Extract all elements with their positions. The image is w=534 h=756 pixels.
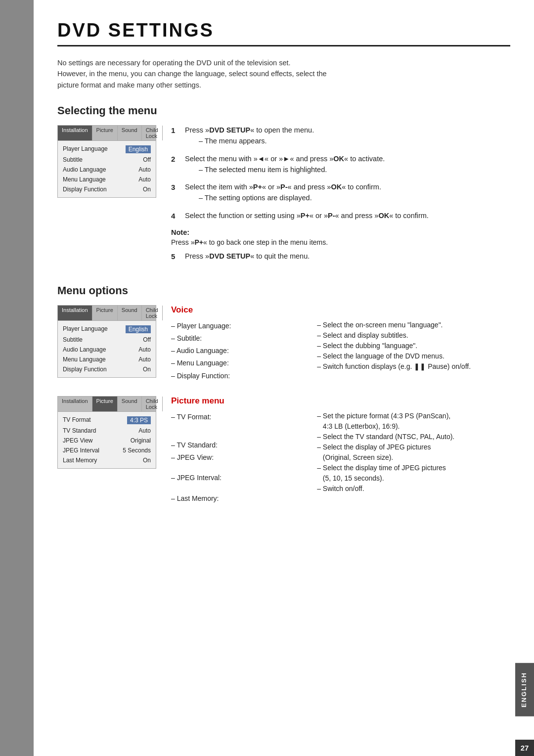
tab-installation-3: Installation [58,397,92,411]
picture-heading: Picture menu [171,396,510,406]
note-label: Note: [171,228,510,236]
menu-row-player-lang-1: Player Language English [58,144,156,155]
row-label: Last Memory [63,457,97,464]
step-text-2: Select the menu with »◄« or »►« and pres… [185,154,510,176]
row-value: Auto [138,176,151,183]
picture-desc-tvformat: – Set the picture format (4:3 PS (PanSca… [317,411,510,432]
voice-item-menu: – Menu Language: [171,357,309,369]
voice-item-subtitle: – Subtitle: [171,332,309,345]
picture-desc-jpeg-interval: – Select the display time of JPEG pictur… [317,463,510,484]
tab-childlock-2: Child Lock [142,306,163,320]
row-label: JPEG View [63,437,92,444]
step-3: 3 Select the item with »P+« or »P-« and … [171,182,510,204]
voice-subsection: Installation Picture Sound Child Lock Pl… [57,305,510,382]
row-label: Display Function [63,366,107,373]
row-value: Off [143,156,151,163]
menu-row-jpeg-view: JPEG View Original [58,436,156,445]
page-number: 27 [515,740,534,756]
tab-picture-3: Picture [92,397,118,411]
row-value: Original [131,437,151,444]
menu-row-subtitle-2: Subtitle Off [58,335,156,345]
menu-row-audio-lang-1: Audio Language Auto [58,165,156,175]
picture-item-jpeg-interval-spacer [171,485,309,492]
menu-options-heading: Menu options [57,284,510,297]
step-num-1: 1 [171,125,180,147]
step-num-2: 2 [171,154,180,176]
row-label: Subtitle [63,156,83,163]
picture-desc-jpeg-view: – Select the display of JPEG pictures (O… [317,442,510,463]
voice-content: Installation Picture Sound Child Lock Pl… [57,305,510,382]
voice-item-audio: – Audio Language: [171,345,309,357]
voice-desc-audio: – Select the dubbing "language". [317,341,510,351]
voice-desc-display: – Switch function displays (e.g. ❚❚ Paus… [317,361,510,372]
step-num-3: 3 [171,182,180,204]
picture-content: Installation Picture Sound Child Lock TV… [57,396,510,505]
row-value: Auto [138,346,151,353]
voice-labels-list: – Player Language: – Subtitle: – Audio L… [171,320,309,382]
voice-desc-subtitle: – Select and display subtitles. [317,330,510,341]
row-label: Audio Language [63,346,106,353]
picture-desc-last-memory: – Switch on/off. [317,484,510,494]
menu-body-1: Player Language English Subtitle Off Aud… [58,141,156,197]
menu-tabs-3: Installation Picture Sound Child Lock [58,397,156,412]
tab-childlock-3: Child Lock [142,397,163,411]
step-4: 4 Select the function or setting using »… [171,211,510,222]
row-label: Player Language [63,325,108,333]
menu-body-3: TV Format 4:3 PS TV Standard Auto JPEG V… [58,412,156,468]
step-sub-3: – The setting options are displayed. [199,194,312,202]
picture-desc-list: – Set the picture format (4:3 PS (PanSca… [317,411,510,505]
menu-row-tvstandard: TV Standard Auto [58,426,156,436]
tab-childlock-1: Child Lock [142,126,163,140]
picture-item-tvformat: – TV Format: [171,411,309,423]
picture-desc-tvstandard: – Select the TV standard (NTSC, PAL, Aut… [317,432,510,442]
step-sub-1: – The menu appears. [199,137,267,145]
step-5: 5 Press »DVD SETUP« to quit the menu. [171,251,510,263]
row-label: TV Standard [63,427,96,434]
step-text-4: Select the function or setting using »P+… [185,211,510,222]
voice-item-display: – Display Function: [171,370,309,382]
instructions-block: 1 Press »DVD SETUP« to open the menu. – … [171,125,510,269]
picture-item-jpeg-view-spacer [171,464,309,472]
menu-row-tvformat: TV Format 4:3 PS [58,415,156,426]
main-content: DVD SETTINGS No settings are necessary f… [34,0,534,756]
row-label: Menu Language [63,356,106,363]
step-text-5: Press »DVD SETUP« to quit the menu. [185,251,510,263]
language-tab: ENGLISH [515,663,534,716]
row-value: Off [143,336,151,343]
picture-subsection: Installation Picture Sound Child Lock TV… [57,396,510,505]
row-value: English [126,325,151,333]
intro-line1: No settings are necessary for operating … [57,57,344,68]
menu-row-subtitle-1: Subtitle Off [58,155,156,165]
tab-picture-2: Picture [92,306,118,320]
row-value: On [143,457,151,464]
picture-item-tvformat-spacer [171,423,309,439]
voice-desc-menu: – Select the language of the DVD menus. [317,351,510,361]
picture-labels-list: – TV Format: – TV Standard: – JPEG View:… [171,411,309,505]
step-text-3: Select the item with »P+« or »P-« and pr… [185,182,510,204]
voice-item-player: – Player Language: [171,320,309,332]
menu-body-2: Player Language English Subtitle Off Aud… [58,321,156,377]
tab-picture-1: Picture [92,126,118,140]
voice-desc-list: – Select the on-screen menu "language". … [317,320,510,382]
picture-item-jpeg-interval: – JPEG Interval: [171,472,309,484]
tab-installation-1: Installation [58,126,92,140]
row-value: English [126,145,151,153]
picture-item-jpeg-view: – JPEG View: [171,451,309,464]
step-sub-2: – The selected menu item is highlighted. [199,166,327,174]
tab-sound-3: Sound [118,397,142,411]
left-sidebar [0,0,34,756]
row-label: TV Format [63,416,91,424]
picture-options-right: Picture menu – TV Format: – TV Standard:… [171,396,510,505]
menu-mockup-1: Installation Picture Sound Child Lock Pl… [57,125,156,198]
row-label: Subtitle [63,336,83,343]
menu-mockup-3: Installation Picture Sound Child Lock TV… [57,396,156,469]
tab-installation-2: Installation [58,306,92,320]
tab-sound-1: Sound [118,126,142,140]
row-value: Auto [138,427,151,434]
menu-row-menu-lang-1: Menu Language Auto [58,175,156,184]
menu-row-display-fn-2: Display Function On [58,364,156,374]
menu-row-display-fn-1: Display Function On [58,184,156,194]
menu-mockup-2: Installation Picture Sound Child Lock Pl… [57,305,156,378]
menu-row-jpeg-interval: JPEG Interval 5 Seconds [58,445,156,455]
menu-row-audio-lang-2: Audio Language Auto [58,345,156,355]
